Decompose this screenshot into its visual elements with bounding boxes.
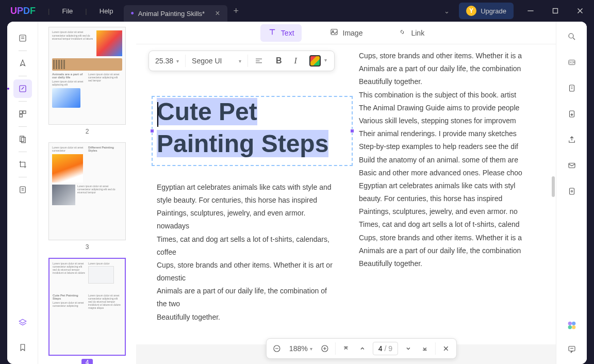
color-picker-button[interactable] [303,51,334,71]
svg-rect-9 [23,111,25,113]
right-toolbar: OCR [556,22,587,364]
share-button[interactable] [564,132,580,147]
edit-toolbar: Text Image Link [136,22,556,44]
menu-file[interactable]: File [52,7,83,15]
chevron-down-icon: ▾ [239,58,241,64]
close-button[interactable] [572,3,588,19]
resize-handle[interactable] [150,129,154,133]
thumbnail-label: 4 [81,359,93,364]
body-text[interactable]: Egyptian art celebrates animals like cat… [157,181,333,324]
minimize-button[interactable] [523,3,538,19]
text-selection-box[interactable] [152,96,353,166]
maximize-button[interactable] [548,3,563,19]
align-button[interactable] [248,51,270,71]
font-family-select[interactable]: Segoe UI▾ [186,51,248,71]
svg-point-33 [572,325,575,329]
text-tool-button[interactable]: Text [260,24,302,42]
redact-button[interactable] [13,130,32,148]
svg-line-22 [573,38,575,40]
next-page-button[interactable] [400,340,417,357]
svg-point-29 [571,191,572,192]
avatar: Y [466,6,476,16]
svg-rect-1 [553,9,558,13]
menu-help[interactable]: Help [89,7,124,15]
reader-mode-button[interactable] [13,29,32,47]
annotate-button[interactable] [13,54,32,73]
tab-title: Animal Painting Skills* [138,10,205,18]
compress-button[interactable] [564,80,580,96]
prev-page-button[interactable] [354,340,371,357]
italic-button[interactable]: I [288,51,303,71]
link-icon [398,27,407,39]
close-bar-button[interactable] [438,340,454,357]
new-tab-button[interactable]: + [234,6,239,16]
image-icon [329,27,339,39]
left-toolbar [7,22,38,364]
close-icon[interactable]: × [215,9,220,18]
bookmark-button[interactable] [13,338,32,357]
chevron-down-icon[interactable]: ⌄ [444,7,450,15]
svg-rect-16 [331,29,337,35]
titlebar: UPDF | File | Help • Animal Painting Ski… [0,0,594,22]
page-thumbnail[interactable]: Lorem ipsum dolor sit amet consectetur a… [43,27,131,135]
document-viewport[interactable]: Text Image Link 25.38▾ Segoe UI▾ B I [136,22,587,364]
bold-button[interactable]: B [270,51,288,71]
svg-rect-4 [20,35,26,41]
first-page-button[interactable] [338,340,354,357]
convert-button[interactable] [564,106,580,122]
text-icon [268,27,277,39]
zoom-out-button[interactable] [269,340,285,357]
svg-rect-25 [569,85,574,91]
comment-button[interactable] [564,341,580,357]
svg-point-32 [568,325,571,329]
svg-rect-10 [20,114,22,117]
svg-point-21 [569,34,573,38]
protect-button[interactable] [564,184,580,199]
svg-rect-8 [20,111,22,113]
svg-rect-13 [20,187,25,193]
thumbnail-label: 2 [43,128,131,135]
link-tool-button[interactable]: Link [390,24,432,42]
ocr-button[interactable]: OCR [564,55,580,70]
body-text[interactable]: Cups, store brands and other items. Whet… [359,49,535,324]
page-thumbnail[interactable]: Lorem ipsum dolor sit amet consecteturDi… [43,142,131,251]
text-cursor [157,102,158,127]
edit-button[interactable] [13,79,32,98]
chevron-down-icon: ▾ [310,346,312,352]
image-tool-button[interactable]: Image [322,24,370,42]
format-toolbar: 25.38▾ Segoe UI▾ B I [148,51,335,71]
last-page-button[interactable] [417,340,433,357]
page-navigation-bar: 188%▾ 4 / 9 [266,338,457,359]
svg-rect-28 [569,188,574,194]
document-tab[interactable]: • Animal Painting Skills* × [124,5,227,22]
svg-point-30 [568,322,571,325]
svg-point-31 [572,322,575,325]
organize-button[interactable] [13,105,32,123]
page-thumbnail[interactable]: Lorem ipsum dolor sit amet consectetur a… [43,258,131,364]
svg-rect-27 [569,163,575,168]
page-input[interactable]: 4 / 9 [373,342,398,355]
tab-indicator-icon: • [131,8,134,19]
zoom-level-select[interactable]: 188%▾ [285,344,317,353]
upgrade-button[interactable]: Y Upgrade [459,3,514,19]
scrollbar-thumb[interactable] [552,176,555,197]
search-button[interactable] [564,29,580,44]
thumbnail-panel: Lorem ipsum dolor sit amet consectetur a… [38,22,136,364]
svg-rect-12 [21,137,25,143]
zoom-in-button[interactable] [317,340,333,357]
app-logo: UPDF [0,6,46,16]
document-page: Cute Pet Painting Steps Egyptian art cel… [136,44,556,344]
chevron-down-icon: ▾ [176,58,179,64]
resize-handle[interactable] [350,129,354,133]
layers-button[interactable] [13,313,32,332]
ai-assistant-button[interactable] [564,318,580,333]
svg-rect-11 [20,136,24,142]
svg-rect-34 [569,346,575,351]
crop-button[interactable] [13,155,32,174]
email-button[interactable] [564,158,580,173]
separator: | [85,7,87,15]
thumbnail-label: 3 [43,243,131,251]
form-button[interactable] [13,180,32,199]
font-size-input[interactable]: 25.38▾ [149,51,185,71]
svg-text:OCR: OCR [569,61,575,64]
